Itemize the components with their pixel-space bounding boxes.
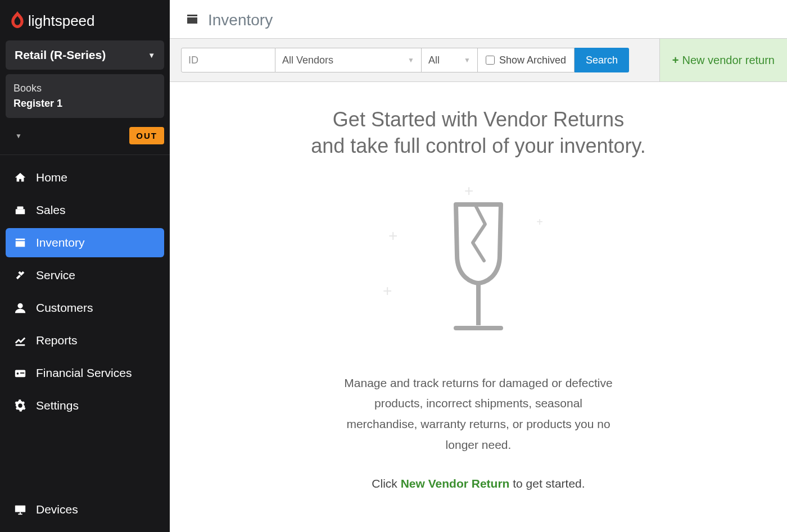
sidebar-item-reports[interactable]: Reports <box>6 326 164 355</box>
inventory-icon <box>13 237 27 249</box>
empty-state-cta: Click New Vendor Return to get started. <box>192 477 765 490</box>
sparkle-icon: + <box>464 182 473 200</box>
clock-status-badge[interactable]: OUT <box>129 127 164 144</box>
vendor-select-value: All Vendors <box>282 54 333 66</box>
vendor-select[interactable]: All Vendors ▼ <box>275 48 422 72</box>
heading-line-2: and take full control of your inventory. <box>311 134 646 157</box>
brand-name: lightspeed <box>28 12 95 30</box>
wine-glass-icon <box>445 199 512 339</box>
show-archived-toggle[interactable]: Show Archived <box>478 48 575 72</box>
sidebar-item-settings[interactable]: Settings <box>6 391 164 420</box>
heading-line-1: Get Started with Vendor Returns <box>333 108 624 131</box>
settings-icon <box>13 399 27 412</box>
sidebar-item-label: Inventory <box>36 236 84 249</box>
chevron-down-icon: ▼ <box>148 51 155 60</box>
sidebar-item-service[interactable]: Service <box>6 261 164 290</box>
svg-rect-9 <box>15 506 25 512</box>
product-selector[interactable]: Retail (R-Series) ▼ <box>6 40 164 70</box>
empty-state-description: Manage and track returns for damaged or … <box>343 373 613 456</box>
page-title: Inventory <box>208 11 273 29</box>
clock-in-out-row: ▼ OUT <box>0 118 170 155</box>
sidebar-item-label: Financial Services <box>36 366 132 380</box>
brand-logo[interactable]: lightspeed <box>0 0 170 40</box>
search-button[interactable]: Search <box>575 48 629 72</box>
chevron-down-icon: ▼ <box>464 56 471 64</box>
cta-prefix: Click <box>372 477 400 490</box>
sidebar-item-label: Reports <box>36 334 78 347</box>
sidebar-item-label: Home <box>36 171 67 184</box>
customers-icon <box>13 302 27 314</box>
svg-rect-2 <box>16 239 25 240</box>
flame-icon <box>10 11 25 30</box>
sidebar-item-sales[interactable]: Sales <box>6 195 164 225</box>
filter-bar: All Vendors ▼ All ▼ Show Archived Search… <box>170 38 787 82</box>
sidebar-item-devices[interactable]: Devices <box>6 495 164 524</box>
sidebar-item-label: Customers <box>36 301 93 315</box>
status-select-value: All <box>428 54 440 66</box>
product-selector-label: Retail (R-Series) <box>15 48 106 62</box>
sparkle-icon: + <box>383 282 392 300</box>
svg-point-7 <box>17 372 19 375</box>
service-icon <box>13 269 27 281</box>
sparkle-icon: + <box>388 227 397 245</box>
show-archived-checkbox[interactable] <box>486 56 495 65</box>
id-input[interactable] <box>181 48 275 72</box>
home-icon <box>13 171 27 184</box>
new-vendor-return-button[interactable]: + New vendor return <box>659 39 787 81</box>
chevron-down-icon: ▼ <box>15 132 22 140</box>
sidebar-item-home[interactable]: Home <box>6 163 164 192</box>
svg-rect-3 <box>16 241 25 247</box>
empty-state-heading: Get Started with Vendor Returns and take… <box>192 107 765 160</box>
sidebar: lightspeed Retail (R-Series) ▼ Books Reg… <box>0 0 170 532</box>
inventory-icon <box>186 12 199 28</box>
broken-glass-illustration: + + + + <box>377 182 580 356</box>
svg-rect-0 <box>16 209 25 214</box>
main-content: Inventory All Vendors ▼ All ▼ Show Archi… <box>170 0 787 532</box>
primary-nav: Home Sales Inventory Service Customers <box>0 155 170 532</box>
svg-rect-8 <box>20 372 24 374</box>
page-header: Inventory <box>170 0 787 35</box>
svg-point-4 <box>17 303 22 308</box>
new-vendor-return-link[interactable]: New Vendor Return <box>401 477 510 490</box>
sparkle-icon: + <box>536 216 543 229</box>
sidebar-item-label: Devices <box>36 503 78 516</box>
svg-rect-12 <box>187 15 197 16</box>
cta-suffix: to get started. <box>509 477 585 490</box>
sales-icon <box>13 204 27 216</box>
status-select[interactable]: All ▼ <box>422 48 478 72</box>
shop-register-card[interactable]: Books Register 1 <box>6 74 164 118</box>
svg-rect-1 <box>17 207 24 210</box>
sidebar-item-label: Sales <box>36 203 66 217</box>
empty-state: Get Started with Vendor Returns and take… <box>170 82 787 532</box>
chevron-down-icon: ▼ <box>408 56 414 64</box>
sidebar-item-financial[interactable]: Financial Services <box>6 358 164 388</box>
sidebar-item-label: Settings <box>36 399 79 412</box>
sidebar-item-label: Service <box>36 269 75 282</box>
clock-expand-button[interactable]: ▼ <box>8 129 29 143</box>
sidebar-item-inventory[interactable]: Inventory <box>6 228 164 257</box>
register-name: Register 1 <box>13 96 156 111</box>
financial-icon <box>13 367 27 379</box>
reports-icon <box>13 334 27 347</box>
devices-icon <box>13 503 27 516</box>
shop-name: Books <box>13 81 156 96</box>
svg-rect-13 <box>187 17 197 24</box>
sidebar-item-customers[interactable]: Customers <box>6 293 164 322</box>
new-vendor-return-label: New vendor return <box>682 54 775 67</box>
plus-icon: + <box>672 54 679 67</box>
show-archived-label: Show Archived <box>499 54 566 66</box>
filter-controls: All Vendors ▼ All ▼ Show Archived Search <box>170 39 659 81</box>
